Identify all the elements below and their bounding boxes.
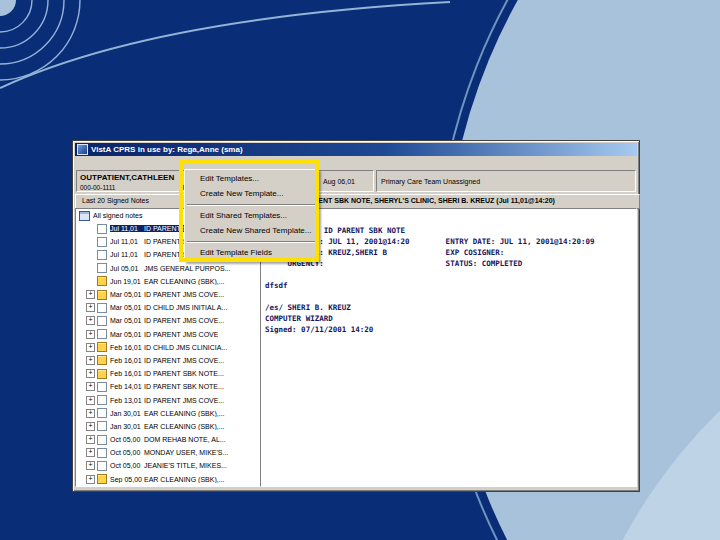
- note-date: Jul 11,01: [110, 238, 144, 245]
- document-icon: [97, 237, 107, 247]
- note-date: Jun 19,01: [110, 278, 144, 285]
- note-date: Sep 05,00: [110, 476, 144, 483]
- note-title: ID CHILD JMS CLINICIA...: [144, 344, 227, 351]
- note-date: Mar 05,01: [110, 291, 144, 298]
- expand-plus-icon[interactable]: [86, 290, 95, 299]
- note-title: ID PARENT JMS COVE...: [144, 317, 224, 324]
- folder-icon: [97, 355, 107, 365]
- expand-plus-icon[interactable]: [86, 316, 95, 325]
- tree-row-label: Feb 16,01ID PARENT JMS COVE...: [110, 357, 224, 364]
- note-date: Feb 13,01: [110, 397, 144, 404]
- expand-plus-icon[interactable]: [86, 435, 95, 444]
- document-icon: [97, 395, 107, 405]
- expand-plus-icon[interactable]: [86, 369, 95, 378]
- tree-row-label: Sep 05,00EAR CLEANING (SBK),...: [110, 476, 225, 483]
- expand-plus-icon[interactable]: [86, 396, 95, 405]
- note-title: ID PARENT JMS COVE...: [144, 357, 224, 364]
- note-date: Feb 16,01: [110, 370, 144, 377]
- patient-bar: OUTPATIENT,CATHLEEN 000-00-1111 Feb 01,1…: [75, 169, 637, 193]
- tree-row[interactable]: Feb 13,01ID PARENT JMS COVE...: [76, 393, 260, 406]
- expand-plus-icon[interactable]: [86, 461, 95, 470]
- document-icon: [97, 224, 107, 234]
- note-title: JMS GENERAL PURPOS...: [144, 265, 230, 272]
- expand-plus-icon[interactable]: [86, 303, 95, 312]
- tree-row-label: Oct 05,00MONDAY USER, MIKE'S...: [110, 449, 228, 456]
- expand-plus-icon[interactable]: [86, 343, 95, 352]
- tree-row-label: Mar 05,01ID CHILD JMS INITIAL A...: [110, 304, 227, 311]
- tree-row[interactable]: Mar 05,01ID PARENT JMS COVE...: [76, 314, 260, 327]
- note-date: Oct 05,00: [110, 436, 144, 443]
- note-title: ID PARENT SBK NOTE...: [144, 370, 224, 377]
- tree-row[interactable]: Jan 30,01EAR CLEANING (SBK),...: [76, 407, 260, 420]
- menu-item[interactable]: [77, 156, 85, 169]
- tree-row[interactable]: Feb 14,01ID PARENT SBK NOTE...: [76, 380, 260, 393]
- menu-item[interactable]: [117, 156, 125, 169]
- tree-row[interactable]: Jul 05,01JMS GENERAL PURPOS...: [76, 262, 260, 275]
- folder-icon: [97, 342, 107, 352]
- menu-bar: [75, 156, 637, 169]
- tree-row-label: Feb 13,01ID PARENT JMS COVE...: [110, 397, 224, 404]
- menu-item[interactable]: [109, 156, 117, 169]
- app-icon: [77, 144, 88, 155]
- tree-row[interactable]: Mar 05,01ID PARENT JMS COVE...: [76, 288, 260, 301]
- note-title: EAR CLEANING (SBK),...: [144, 476, 225, 483]
- patient-ssn: 000-00-1111: [80, 184, 115, 191]
- tree-row-label: Mar 05,01ID PARENT JMS COVE: [110, 331, 218, 338]
- tree-row[interactable]: Feb 16,01ID CHILD JMS CLINICIA...: [76, 341, 260, 354]
- note-date: Mar 05,01: [110, 317, 144, 324]
- note-title: MONDAY USER, MIKE'S...: [144, 449, 228, 456]
- tree-row[interactable]: Sep 05,00EAR CLEANING (SBK),...: [76, 473, 260, 486]
- tree-row[interactable]: Feb 16,01ID PARENT JMS COVE...: [76, 354, 260, 367]
- window-titlebar[interactable]: VistA CPRS in use by: Rega,Anne (sma): [75, 143, 637, 156]
- note-date: Jan 30,01: [110, 410, 144, 417]
- note-title: ID PARENT JMS COVE...: [144, 291, 224, 298]
- note-title: EAR CLEANING (SBK),...: [144, 423, 225, 430]
- expand-plus-icon[interactable]: [86, 356, 95, 365]
- folder-icon: [97, 290, 107, 300]
- menu-item[interactable]: [101, 156, 109, 169]
- tree-row[interactable]: Oct 05,00JEANIE'S TITLE, MIKES...: [76, 459, 260, 472]
- tree-row-label: Feb 14,01ID PARENT SBK NOTE...: [110, 383, 224, 390]
- document-icon: [97, 250, 107, 260]
- expand-plus-icon[interactable]: [86, 475, 95, 484]
- note-date: Oct 05,00: [110, 462, 144, 469]
- document-icon: [97, 263, 107, 273]
- tree-row[interactable]: Mar 05,01ID PARENT JMS COVE: [76, 328, 260, 341]
- expand-plus-icon[interactable]: [86, 409, 95, 418]
- tree-root-label: All signed notes: [93, 212, 142, 219]
- tree-row[interactable]: Jan 30,01EAR CLEANING (SBK),...: [76, 420, 260, 433]
- primary-care-team-button[interactable]: Primary Care Team Unassigned: [376, 170, 636, 192]
- tree-row[interactable]: Oct 05,00MONDAY USER, MIKE'S...: [76, 446, 260, 459]
- slide: VistA CPRS in use by: Rega,Anne (sma) OU…: [0, 0, 720, 540]
- note-date: Oct 05,00: [110, 449, 144, 456]
- note-date: Mar 05,01: [110, 331, 144, 338]
- expand-plus-icon[interactable]: [86, 448, 95, 457]
- tree-row[interactable]: Jun 19,01EAR CLEANING (SBK),...: [76, 275, 260, 288]
- note-date: Jul 05,01: [110, 265, 144, 272]
- expand-plus-icon[interactable]: [86, 330, 95, 339]
- document-icon: [97, 408, 107, 418]
- tree-row-label: Oct 05,00DOM REHAB NOTE, AL...: [110, 436, 226, 443]
- menu-item[interactable]: [85, 156, 93, 169]
- note-date: Jul 11,01: [110, 225, 144, 232]
- menu-item[interactable]: [93, 156, 101, 169]
- document-icon: [97, 329, 107, 339]
- tree-row[interactable]: Feb 16,01ID PARENT SBK NOTE...: [76, 367, 260, 380]
- folder-icon: [97, 276, 107, 286]
- note-date: Jan 30,01: [110, 423, 144, 430]
- note-title: EAR CLEANING (SBK),...: [144, 410, 225, 417]
- note-title: EAR CLEANING (SBK),...: [144, 278, 225, 285]
- expand-plus-icon[interactable]: [86, 422, 95, 431]
- note-title: ID PARENT SBK NOTE...: [144, 383, 224, 390]
- note-date: Feb 16,01: [110, 344, 144, 351]
- tree-row[interactable]: Mar 05,01ID CHILD JMS INITIAL A...: [76, 301, 260, 314]
- document-icon: [97, 303, 107, 313]
- document-icon: [97, 382, 107, 392]
- note-title: ID PARENT JMS COVE: [144, 331, 218, 338]
- note-date: Mar 05,01: [110, 304, 144, 311]
- document-icon: [97, 448, 107, 458]
- menu-item[interactable]: [125, 156, 133, 169]
- expand-plus-icon[interactable]: [86, 382, 95, 391]
- tree-row[interactable]: Oct 05,00DOM REHAB NOTE, AL...: [76, 433, 260, 446]
- team-label: Primary Care Team Unassigned: [377, 178, 480, 185]
